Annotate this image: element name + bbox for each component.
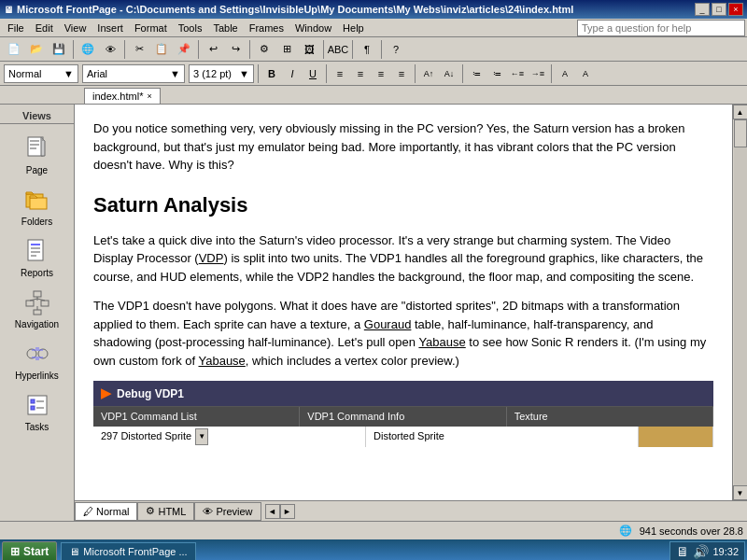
help-input[interactable] xyxy=(577,20,745,36)
tab-normal[interactable]: 🖊 Normal xyxy=(75,502,137,521)
align-center-button[interactable]: ≡ xyxy=(351,64,370,83)
menu-frames[interactable]: Frames xyxy=(244,21,289,35)
font-dropdown[interactable]: Arial ▼ xyxy=(82,64,185,83)
view-folders[interactable]: Folders xyxy=(5,181,70,231)
menu-tools[interactable]: Tools xyxy=(173,21,208,35)
debug-panel: ▶ Debug VDP1 VDP1 Command List VDP1 Comm… xyxy=(93,381,713,447)
tab-scroll-right[interactable]: ► xyxy=(280,504,295,519)
menu-window[interactable]: Window xyxy=(289,21,337,35)
tab-close-icon[interactable]: × xyxy=(147,91,151,101)
fmt-sep5 xyxy=(551,64,552,83)
unordered-list-button[interactable]: ≔ xyxy=(467,64,486,83)
decrease-indent-button[interactable]: ←≡ xyxy=(508,64,527,83)
maximize-button[interactable]: □ xyxy=(712,3,726,16)
style-dropdown[interactable]: Normal ▼ xyxy=(4,64,78,83)
svg-rect-27 xyxy=(28,396,47,414)
bold-button[interactable]: B xyxy=(262,64,281,83)
document-tab[interactable]: index.html* × xyxy=(84,88,161,104)
menu-file[interactable]: File xyxy=(2,21,30,35)
ordered-list-button[interactable]: ≔ xyxy=(487,64,506,83)
gouraud-link[interactable]: Gouraud xyxy=(364,317,412,331)
style-value: Normal xyxy=(8,68,41,79)
debug-header: ▶ Debug VDP1 xyxy=(93,381,713,406)
debug-texture xyxy=(639,427,713,447)
minimize-button[interactable]: _ xyxy=(695,3,710,16)
underline-button[interactable]: U xyxy=(303,64,322,83)
font-color-button[interactable]: A xyxy=(576,64,595,83)
copy-button[interactable]: 📋 xyxy=(151,39,172,60)
spell-button[interactable]: ABC xyxy=(328,39,348,60)
fmt-sep4 xyxy=(462,64,463,83)
view-hyperlinks-label: Hyperlinks xyxy=(15,371,59,381)
cut-button[interactable]: ✂ xyxy=(129,39,149,60)
open-button[interactable]: 📂 xyxy=(26,39,47,60)
tab-scroll-left[interactable]: ◄ xyxy=(265,504,280,519)
tasks-icon xyxy=(22,390,52,420)
taskbar-frontpage-label: Microsoft FrontPage ... xyxy=(83,546,187,557)
tab-html[interactable]: ⚙ HTML xyxy=(137,502,194,521)
component-button[interactable]: ⚙ xyxy=(254,39,275,60)
fmt-sep2 xyxy=(326,64,327,83)
taskbar-frontpage[interactable]: 🖥 Microsoft FrontPage ... xyxy=(61,542,195,560)
increase-font-button[interactable]: A↑ xyxy=(419,64,438,83)
separator4 xyxy=(249,40,250,59)
scroll-down-button[interactable]: ▼ xyxy=(733,485,748,500)
align-left-button[interactable]: ≡ xyxy=(331,64,349,83)
undo-button[interactable]: ↩ xyxy=(203,39,223,60)
highlight-color-button[interactable]: A xyxy=(556,64,574,83)
menu-view[interactable]: View xyxy=(59,21,92,35)
align-right-button[interactable]: ≡ xyxy=(372,64,390,83)
yabause-link1[interactable]: Yabause xyxy=(418,335,465,349)
titlebar-text: Microsoft FrontPage - C:\Documents and S… xyxy=(17,4,573,15)
view-page[interactable]: Page xyxy=(5,130,70,179)
save-button[interactable]: 💾 xyxy=(49,39,69,60)
decrease-font-button[interactable]: A↓ xyxy=(440,64,458,83)
publish-button[interactable]: 🌐 xyxy=(78,39,98,60)
svg-rect-8 xyxy=(28,240,43,260)
vdp-link[interactable]: VDP xyxy=(199,251,224,265)
content-area[interactable]: Do you notice something very, very obvio… xyxy=(75,105,732,500)
menu-table[interactable]: Table xyxy=(207,21,243,35)
increase-indent-button[interactable]: →≡ xyxy=(529,64,547,83)
justify-button[interactable]: ≡ xyxy=(392,64,411,83)
view-page-label: Page xyxy=(26,165,48,175)
tab-preview-label: Preview xyxy=(216,506,252,517)
close-button[interactable]: × xyxy=(728,3,743,16)
svg-rect-7 xyxy=(30,198,47,209)
svg-rect-14 xyxy=(26,301,34,306)
taskbar: ⊞ Start 🖥 Microsoft FrontPage ... 🖥 🔊 19… xyxy=(0,539,747,560)
titlebar: 🖥 Microsoft FrontPage - C:\Documents and… xyxy=(0,0,747,19)
scroll-thumb[interactable] xyxy=(734,119,747,147)
view-navigation[interactable]: Navigation xyxy=(5,284,70,333)
menu-format[interactable]: Format xyxy=(129,21,173,35)
paste-button[interactable]: 📌 xyxy=(174,39,194,60)
show-all-button[interactable]: ¶ xyxy=(357,39,377,60)
debug-dropdown-arrow[interactable]: ▼ xyxy=(195,428,208,445)
insert-table-button[interactable]: ⊞ xyxy=(276,39,297,60)
debug-columns: VDP1 Command List VDP1 Command Info Text… xyxy=(93,406,713,427)
scroll-up-button[interactable]: ▲ xyxy=(733,105,748,119)
redo-button[interactable]: ↪ xyxy=(225,39,246,60)
connection-icon: 🌐 xyxy=(619,525,632,537)
italic-button[interactable]: I xyxy=(283,64,302,83)
start-button[interactable]: ⊞ Start xyxy=(2,541,57,560)
view-tasks[interactable]: Tasks xyxy=(5,386,70,436)
view-hyperlinks[interactable]: Hyperlinks xyxy=(5,335,70,385)
svg-rect-1 xyxy=(30,140,39,142)
titlebar-controls: _ □ × xyxy=(695,3,743,16)
menu-help[interactable]: Help xyxy=(337,21,370,35)
vertical-scrollbar[interactable]: ▲ ▼ xyxy=(732,105,747,500)
help-button[interactable]: ? xyxy=(386,39,406,60)
insert-image-button[interactable]: 🖼 xyxy=(299,39,319,60)
tab-preview[interactable]: 👁 Preview xyxy=(194,502,261,521)
menu-insert[interactable]: Insert xyxy=(92,21,129,35)
preview-button[interactable]: 👁 xyxy=(100,39,120,60)
tab-normal-icon: 🖊 xyxy=(83,506,93,517)
new-button[interactable]: 📄 xyxy=(4,39,24,60)
svg-rect-9 xyxy=(31,244,40,245)
menu-edit[interactable]: Edit xyxy=(30,21,59,35)
yabause-link2[interactable]: Yabause xyxy=(198,354,245,368)
size-dropdown[interactable]: 3 (12 pt) ▼ xyxy=(189,64,254,83)
scroll-track[interactable] xyxy=(734,119,747,485)
view-reports[interactable]: Reports xyxy=(5,232,70,282)
